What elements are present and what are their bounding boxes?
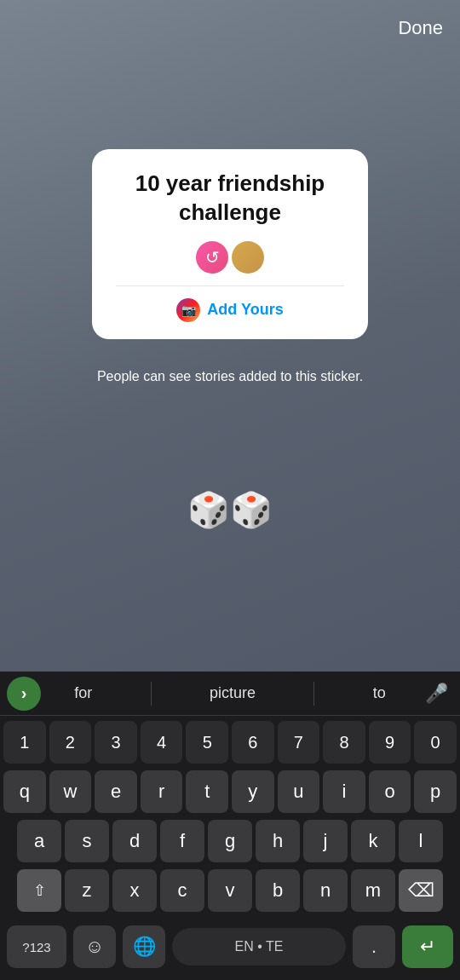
separator-1 <box>151 682 152 706</box>
suggestion-picture[interactable]: picture <box>201 684 264 702</box>
enter-icon: ↵ <box>420 936 435 958</box>
backspace-key[interactable]: ⌫ <box>399 869 443 912</box>
key-7[interactable]: 7 <box>278 721 320 764</box>
mic-button[interactable]: 🎤 <box>419 677 453 711</box>
add-yours-label: Add Yours <box>207 301 283 319</box>
key-w[interactable]: w <box>49 770 92 813</box>
keyboard: › for picture to 🎤 1 2 3 4 5 6 7 8 9 0 q… <box>0 672 460 980</box>
expand-button[interactable]: › <box>7 677 41 711</box>
asdf-row: a s d f g h j k l <box>3 820 457 862</box>
key-l[interactable]: l <box>399 820 443 862</box>
sticker-divider <box>116 285 344 286</box>
key-h[interactable]: h <box>256 820 300 862</box>
info-text: People can see stories added to this sti… <box>94 366 366 387</box>
key-k[interactable]: k <box>351 820 395 862</box>
key-m[interactable]: m <box>351 869 395 912</box>
key-z[interactable]: z <box>65 869 109 912</box>
key-0[interactable]: 0 <box>414 721 457 764</box>
suggestion-to[interactable]: to <box>365 684 394 702</box>
key-d[interactable]: d <box>112 820 157 862</box>
key-1[interactable]: 1 <box>3 721 46 764</box>
enter-key[interactable]: ↵ <box>402 925 453 968</box>
key-o[interactable]: o <box>369 770 411 813</box>
key-a[interactable]: a <box>17 820 61 862</box>
autocomplete-row: › for picture to 🎤 <box>0 672 460 716</box>
sticker-icon-gold <box>232 241 264 274</box>
key-c[interactable]: c <box>160 869 204 912</box>
key-g[interactable]: g <box>208 820 252 862</box>
key-v[interactable]: v <box>208 869 252 912</box>
key-r[interactable]: r <box>141 770 183 813</box>
qwerty-row: q w e r t y u i o p <box>3 770 457 813</box>
key-t[interactable]: t <box>186 770 228 813</box>
key-p[interactable]: p <box>414 770 457 813</box>
key-5[interactable]: 5 <box>186 721 228 764</box>
autocomplete-suggestions: for picture to <box>41 682 419 706</box>
key-i[interactable]: i <box>323 770 365 813</box>
zxcv-row: ⇧ z x c v b n m ⌫ <box>3 869 457 912</box>
language-switcher[interactable]: EN • TE <box>172 928 346 966</box>
key-s[interactable]: s <box>65 820 109 862</box>
done-button[interactable]: Done <box>398 17 443 39</box>
key-n[interactable]: n <box>303 869 348 912</box>
key-u[interactable]: u <box>278 770 320 813</box>
key-6[interactable]: 6 <box>232 721 274 764</box>
separator-2 <box>313 682 314 706</box>
sticker-title: 10 year friendship challenge <box>116 170 344 228</box>
sticker-card: 10 year friendship challenge ↺ 📷 Add You… <box>92 149 368 339</box>
period-key[interactable]: . <box>353 925 395 968</box>
globe-key[interactable]: 🌐 <box>123 925 165 968</box>
sticker-icon-pink: ↺ <box>196 241 228 274</box>
key-9[interactable]: 9 <box>369 721 411 764</box>
suggestion-for[interactable]: for <box>66 684 101 702</box>
keys-section: 1 2 3 4 5 6 7 8 9 0 q w e r t y u i o p … <box>0 716 460 920</box>
key-x[interactable]: x <box>112 869 157 912</box>
key-3[interactable]: 3 <box>95 721 137 764</box>
key-j[interactable]: j <box>303 820 348 862</box>
shift-key[interactable]: ⇧ <box>17 869 61 912</box>
emoji-key[interactable]: ☺ <box>73 925 116 968</box>
key-4[interactable]: 4 <box>141 721 183 764</box>
key-b[interactable]: b <box>256 869 300 912</box>
dice-area: 🎲🎲 <box>187 490 273 530</box>
bottom-row: ?123 ☺ 🌐 EN • TE . ↵ <box>0 920 460 980</box>
key-2[interactable]: 2 <box>49 721 92 764</box>
key-8[interactable]: 8 <box>323 721 365 764</box>
key-q[interactable]: q <box>3 770 46 813</box>
number-row: 1 2 3 4 5 6 7 8 9 0 <box>3 721 457 764</box>
key-f[interactable]: f <box>160 820 204 862</box>
key-e[interactable]: e <box>95 770 137 813</box>
add-yours-button[interactable]: 📷 Add Yours <box>116 298 344 322</box>
sticker-icons: ↺ <box>116 241 344 274</box>
camera-icon: 📷 <box>176 298 200 322</box>
key-y[interactable]: y <box>232 770 274 813</box>
numeric-key[interactable]: ?123 <box>7 925 66 968</box>
